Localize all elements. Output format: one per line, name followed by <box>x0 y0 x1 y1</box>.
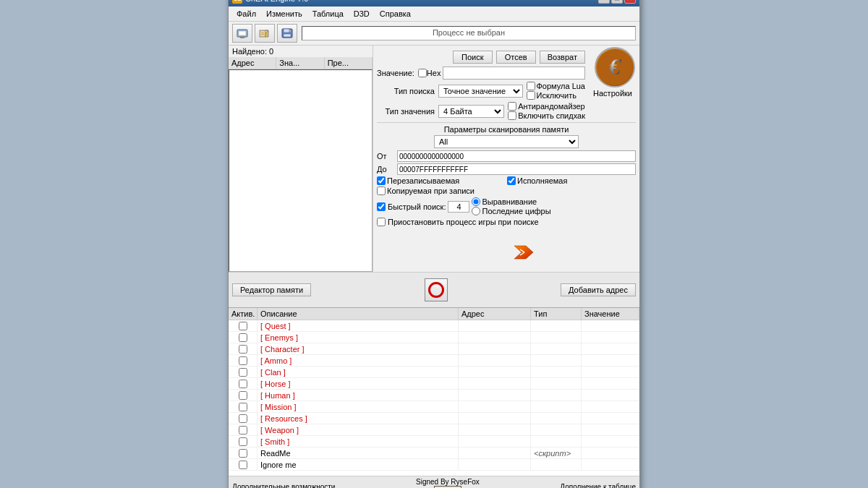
row-type <box>531 424 582 435</box>
last-digits-radio[interactable] <box>472 207 480 215</box>
menu-edit[interactable]: Изменить <box>262 8 307 20</box>
fast-search-input[interactable] <box>448 201 469 213</box>
scan-type-select[interactable]: Точное значение <box>438 85 523 98</box>
row-description: [ Horse ] <box>258 378 459 389</box>
menu-d3d[interactable]: D3D <box>349 8 374 20</box>
to-label: До <box>377 165 395 174</box>
save-file-button[interactable] <box>277 24 297 43</box>
process-bar[interactable]: Процесс не выбран <box>302 26 636 40</box>
filter-button[interactable]: Отсев <box>496 51 536 64</box>
table-row[interactable]: [ Resources ] <box>229 413 639 424</box>
table-row[interactable]: [ Weapon ] <box>229 424 639 436</box>
executable-checkbox[interactable] <box>507 176 516 185</box>
row-address <box>459 343 531 354</box>
row-type <box>531 459 582 470</box>
row-address <box>459 378 531 389</box>
speedhack-checkbox[interactable] <box>508 111 516 120</box>
copy-on-write-checkbox[interactable] <box>377 187 386 195</box>
table-body[interactable]: [ Quest ][ Enemys ][ Character ][ Ammo ]… <box>229 320 639 476</box>
copy-on-write-label: Копируемая при записи <box>387 187 475 195</box>
table-row[interactable]: ReadMe<скрипт> <box>229 448 639 459</box>
to-input[interactable] <box>397 163 636 175</box>
fast-search-checkbox[interactable] <box>377 202 386 211</box>
row-active-checkbox[interactable] <box>239 356 247 365</box>
value-type-label: Тип значения <box>377 107 435 116</box>
table-row[interactable]: [ Human ] <box>229 390 639 401</box>
row-address <box>459 367 531 377</box>
row-active-checkbox[interactable] <box>239 380 247 388</box>
svg-rect-3 <box>260 30 265 37</box>
close-button[interactable]: ✕ <box>624 0 636 4</box>
value-type-row: Тип значения 4 Байта Антирандомайзер Вкл… <box>377 102 636 120</box>
table-row[interactable]: [ Smith ] <box>229 436 639 448</box>
row-active-checkbox[interactable] <box>239 461 247 469</box>
memory-editor-button[interactable]: Редактор памяти <box>232 283 311 296</box>
add-address-button[interactable]: Добавить адрес <box>561 283 636 296</box>
row-value <box>582 367 639 377</box>
svg-text:€: € <box>608 53 621 80</box>
row-type <box>531 355 582 366</box>
table-row[interactable]: Ignore me <box>229 459 639 471</box>
fast-search-label: Быстрый поиск: <box>388 202 446 211</box>
row-value <box>582 378 639 389</box>
table-row[interactable]: [ Clan ] <box>229 367 639 378</box>
table-row[interactable]: [ Enemys ] <box>229 332 639 343</box>
status-bar: Дополнительные возможности Signed By Rys… <box>229 476 639 488</box>
minimize-button[interactable]: — <box>598 0 610 4</box>
align-radio[interactable] <box>472 197 480 206</box>
value-type-select[interactable]: 4 Байта <box>438 105 504 118</box>
table-row[interactable]: [ Quest ] <box>229 320 639 332</box>
arrow-icon <box>514 244 533 260</box>
row-active-checkbox[interactable] <box>239 345 247 354</box>
hex-checkbox[interactable] <box>418 69 427 77</box>
select-process-button[interactable] <box>232 24 252 43</box>
row-active-checkbox[interactable] <box>239 437 247 446</box>
search-button[interactable]: Поиск <box>453 51 493 64</box>
row-active-checkbox[interactable] <box>239 403 247 411</box>
row-value <box>582 413 639 424</box>
pause-checkbox[interactable] <box>377 218 386 226</box>
pause-row: Приостановить процесс игры при поиске <box>377 218 636 226</box>
row-description: Ignore me <box>258 459 459 470</box>
table-row[interactable]: [ Mission ] <box>229 401 639 413</box>
table-row[interactable]: [ Character ] <box>229 343 639 355</box>
writable-row: Перезаписываемая <box>377 176 506 185</box>
row-active-checkbox[interactable] <box>239 426 247 435</box>
row-description: [ Resources ] <box>258 413 459 424</box>
menu-file[interactable]: Файл <box>232 8 260 20</box>
cheat-table: Актив. Описание Адрес Тип Значение [ Que… <box>229 307 639 476</box>
col-value: Зна... <box>276 57 324 69</box>
value-input[interactable] <box>443 67 585 80</box>
exclude-label: Исключить <box>537 91 576 100</box>
from-input[interactable] <box>397 150 636 162</box>
menu-help[interactable]: Справка <box>375 8 415 20</box>
stop-button[interactable] <box>425 278 448 301</box>
row-type <box>531 367 582 377</box>
return-button[interactable]: Возврат <box>540 51 585 64</box>
lua-formula-checkbox[interactable] <box>527 82 535 90</box>
row-address <box>459 424 531 435</box>
row-active-checkbox[interactable] <box>239 414 247 423</box>
writable-checkbox[interactable] <box>377 176 386 185</box>
results-list[interactable] <box>229 69 373 272</box>
row-active-checkbox[interactable] <box>239 368 247 377</box>
app-logo: € <box>595 47 635 87</box>
antirandom-checkbox[interactable] <box>508 102 516 111</box>
svg-rect-5 <box>261 33 264 33</box>
settings-link[interactable]: Настройки <box>593 89 636 98</box>
row-active-checkbox[interactable] <box>239 449 247 458</box>
table-row[interactable]: [ Horse ] <box>229 378 639 390</box>
row-active-checkbox[interactable] <box>239 322 247 330</box>
row-active-checkbox[interactable] <box>239 333 247 342</box>
title-bar: CE ChEAt Engine 7.0 — □ ✕ <box>229 0 639 7</box>
exclude-checkbox[interactable] <box>527 91 535 100</box>
row-active-checkbox[interactable] <box>239 391 247 400</box>
menu-table[interactable]: Таблица <box>308 8 348 20</box>
scan-range-select[interactable]: All <box>434 135 579 148</box>
open-file-button[interactable] <box>255 24 275 43</box>
row-description: [ Enemys ] <box>258 332 459 343</box>
maximize-button[interactable]: □ <box>611 0 623 4</box>
row-description: ReadMe <box>258 448 459 458</box>
th-address: Адрес <box>459 308 531 320</box>
table-row[interactable]: [ Ammo ] <box>229 355 639 367</box>
